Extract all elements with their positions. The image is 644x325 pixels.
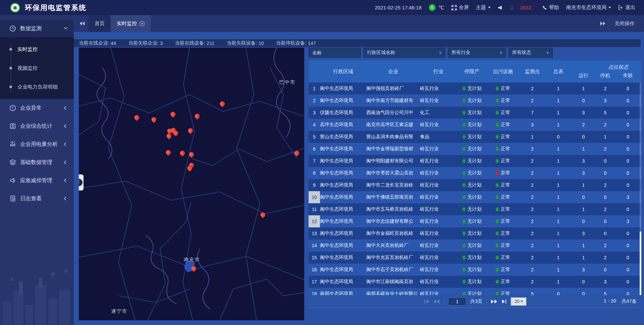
map-pin-marker[interactable] (189, 152, 194, 157)
alert-circle-icon (9, 105, 17, 111)
table-row[interactable]: 9阆中生态环境局阆中市二龙长宝页岩砖砖瓦行业无计划正常21120 (309, 179, 641, 191)
fullscreen-button[interactable]: 全屏 (451, 4, 469, 11)
logout-button[interactable]: 退出 (618, 4, 635, 11)
sidebar-group-power-analysis[interactable]: 企业用电量分析 (0, 135, 74, 153)
scrollbar-thumb[interactable] (640, 231, 641, 295)
sidebar-group-data-monitor[interactable]: 数据监测 (0, 20, 74, 37)
table-row[interactable]: 6阆中生态环境局阆中市金博瑞新型墙材砖瓦行业无计划正常21120 (309, 143, 641, 155)
close-operations-button[interactable]: 关闭操作 (614, 20, 635, 27)
table-row[interactable]: 8阆中生态环境局阆中市枣碧大梁山页岩砖瓦行业无计划异常21300 (309, 167, 641, 179)
cell-stop-plan: 无计划 (457, 279, 487, 285)
table-row[interactable]: 14阆中生态环境局阆中大兴页岩机砖厂砖瓦行业无计划正常21120 (309, 239, 641, 252)
cell-company: 西南油气田分公司川中 (366, 110, 420, 116)
cell-company: 阆中市金博瑞新型墙材 (366, 146, 420, 152)
page-size-select[interactable]: 20 (511, 297, 526, 306)
map-pin-marker[interactable] (195, 114, 200, 119)
theme-dropdown[interactable]: 主题 (476, 4, 491, 11)
cell-points: 1 (519, 134, 546, 140)
cell-lost: 0 (614, 122, 641, 127)
cell-meters: 1 (546, 267, 571, 272)
sidebar-group-logs[interactable]: 日志查看 (0, 189, 74, 208)
next-page-button[interactable] (491, 299, 497, 304)
map-pin-marker[interactable] (170, 112, 175, 117)
cell-lost: 0 (614, 170, 641, 176)
cell-facility-status: 正常 (487, 291, 519, 295)
table-row[interactable]: 5营山生态环境局营山县润丰肉食品有限食品无计划正常10010 (309, 131, 641, 143)
industry-filter-select[interactable]: 所有行业∨ (448, 48, 506, 58)
cell-meters: 0 (546, 291, 571, 295)
name-filter-input[interactable] (309, 48, 361, 58)
table-row[interactable]: 7阆中生态环境局阆中明阳建材有限公司砖瓦行业无计划正常21300 (309, 155, 641, 167)
sidebar-group-emergency[interactable]: 应急减排管理 (0, 171, 74, 189)
notification-badge[interactable]: 2632 (509, 4, 535, 11)
cell-lost: 3 (614, 219, 641, 224)
collapse-panel-button[interactable] (79, 174, 84, 191)
table-row[interactable]: 17阆中生态环境局阆中市江南镇阆南页岩砖瓦行业无计划正常21030 (309, 276, 641, 288)
first-page-button[interactable] (424, 299, 429, 304)
map-pin-marker[interactable] (180, 151, 185, 156)
sidebar-group-base-data[interactable]: 基础数据管理 (0, 153, 74, 171)
map-pin-marker[interactable] (166, 133, 171, 139)
sidebar-item-power-load-detail[interactable]: 企业电力负荷明细 (0, 77, 74, 96)
table-row[interactable]: 2阆中生态环境局阆中市南方节能建材有砖瓦行业无计划正常21030 (309, 95, 641, 107)
cell-industry: 食品 (420, 134, 457, 140)
cell-region: 高坪生态环境局 (320, 122, 366, 128)
sidebar-group-company-statistics[interactable]: 企业综合统计 (0, 117, 74, 135)
help-button[interactable]: 帮助 (542, 4, 559, 11)
map-pin-marker[interactable] (191, 266, 196, 271)
cell-facility-status: 正常 (487, 182, 519, 188)
status-dot-green (463, 280, 466, 284)
map-pin-marker[interactable] (151, 117, 156, 122)
brand: 环保用电监管系统 (0, 3, 87, 13)
map-pin-marker[interactable] (134, 115, 139, 120)
table-row[interactable]: 18南部生态环境局南部县砚兴业土砂有限公砖瓦行业无计划正常50050 (309, 288, 641, 295)
table-scrollbar[interactable] (640, 83, 641, 295)
map-pin-marker[interactable] (187, 166, 193, 171)
page-number-input[interactable] (448, 297, 466, 306)
close-tab-icon[interactable]: ✕ (140, 21, 145, 26)
cell-facility-status: 正常 (487, 158, 519, 164)
cell-points: 2 (519, 170, 546, 176)
tabs-scroll-left-button[interactable] (79, 21, 85, 26)
tabs-scroll-right-button[interactable] (600, 21, 606, 26)
tab-realtime-monitor[interactable]: 实时监控 ✕ (111, 15, 151, 32)
cell-running: 3 (571, 170, 596, 176)
table-row[interactable]: 15阆中生态环境局阆中市光富页岩机砖厂砖瓦行业无计划正常21120 (309, 252, 641, 264)
temperature-badge: 0 (429, 4, 436, 11)
table-row[interactable]: 13阆中生态环境局阆中市金福旺页岩机砖砖瓦行业无计划正常21300 (309, 227, 641, 239)
table-row[interactable]: 3仪陇生态环境局西南油气田分公司川中化工无计划正常71350 (309, 107, 641, 119)
table-row[interactable]: 16阆中生态环境局阆中市石子页岩机砖厂砖瓦行业无计划正常21300 (309, 264, 641, 276)
prev-page-button[interactable] (433, 299, 440, 304)
table-row[interactable]: 11阆中生态环境局阆中市五马桥页岩机砖砖瓦行业无计划正常21120 (309, 203, 641, 215)
chevron-left-icon (64, 142, 67, 146)
cell-industry: 砖瓦行业 (420, 194, 457, 200)
cell-running: 2 (571, 122, 596, 127)
region-filter-select[interactable]: 行政区域名称∨ (363, 48, 445, 58)
map-pin-marker[interactable] (261, 212, 266, 217)
chevron-down-icon: ∨ (546, 50, 549, 55)
tab-home[interactable]: 首页 (89, 15, 111, 32)
map-pin-marker[interactable] (166, 150, 171, 155)
sidebar-item-realtime-monitor[interactable]: 实时监控 (0, 40, 74, 59)
map-pin-marker[interactable] (173, 130, 178, 136)
table-row[interactable]: 10阆中生态环境局阆中千佛镇五郎垭页岩砖瓦行业无计划正常21003 (309, 191, 641, 203)
cell-stop-plan: 无计划 (457, 182, 487, 188)
cell-row-index: 3 (309, 110, 320, 115)
cell-running: 0 (571, 98, 596, 103)
sidebar-item-video-monitor[interactable]: 视频监控 (0, 59, 74, 77)
cell-stopped: 2 (596, 146, 614, 152)
table-row[interactable]: 12阆中生态环境局阆中市忠信建材有限公砖瓦行业无计划正常21003 (309, 215, 641, 227)
mute-speaker-button[interactable] (498, 5, 502, 10)
org-dropdown[interactable]: 南充市生态环境局 (566, 4, 611, 11)
cell-stopped: 2 (596, 255, 614, 260)
sidebar-group-company-abnormal[interactable]: 企业异常 (0, 99, 74, 117)
cell-stop-plan: 无计划 (457, 146, 487, 152)
map-pin-marker[interactable] (188, 128, 193, 133)
map-pin-marker[interactable] (220, 101, 225, 106)
last-page-button[interactable] (501, 299, 507, 304)
table-row[interactable]: 4高坪生态环境局南充市高坪区王家店建砖瓦行业无计划正常31220 (309, 119, 641, 131)
map-pin-marker[interactable] (294, 151, 299, 156)
status-filter-select[interactable]: 所有状态∨ (508, 48, 553, 58)
table-row[interactable]: 1阆中生态环境局阆中强锐页岩砖厂砖瓦行业无计划正常21120 (309, 83, 641, 95)
map-panel[interactable]: 巴中市南充市遂宁市 (79, 48, 304, 320)
